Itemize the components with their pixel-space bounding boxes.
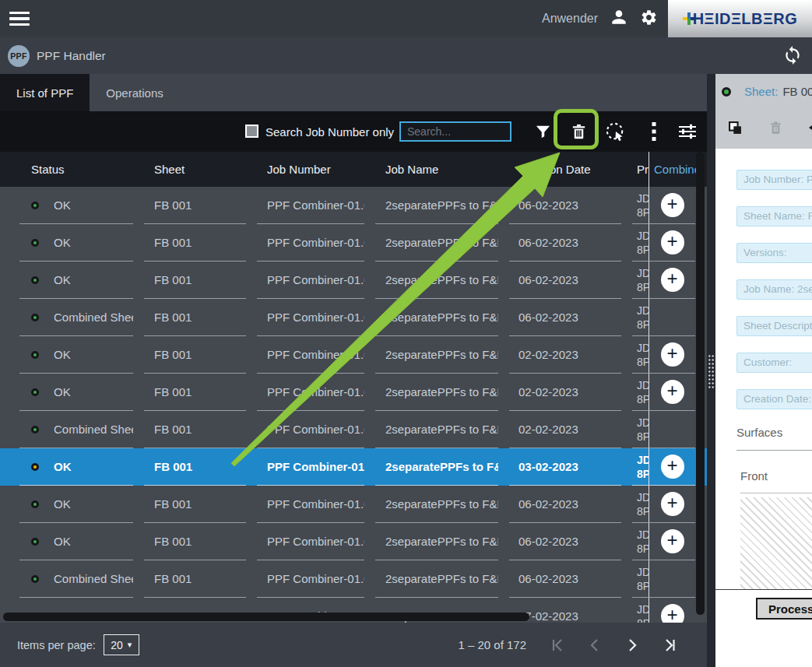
combine-cell: [649, 411, 695, 448]
status-dot: [31, 276, 39, 284]
column-header-job-number[interactable]: Job Number: [257, 152, 375, 187]
detail-field-chip[interactable]: Sheet Name: FB: [736, 206, 812, 226]
tab-bar: List of PPF Operations: [0, 74, 707, 111]
page-size-select[interactable]: 20 ▾: [104, 634, 139, 655]
adjust-columns-icon[interactable]: [677, 111, 698, 152]
first-page-button[interactable]: [548, 636, 567, 655]
table-row[interactable]: Combined Sheet FB 001 PPF Combiner-01.00…: [0, 299, 707, 336]
column-header-combine[interactable]: Combine: [649, 152, 695, 187]
combine-add-button[interactable]: +: [661, 604, 684, 623]
last-page-button[interactable]: [660, 636, 679, 655]
detail-field-chip[interactable]: Versions:: [736, 243, 812, 263]
search-input[interactable]: [399, 121, 511, 142]
creation-date-cell: 06-02-2023: [509, 187, 621, 224]
search-job-number-checkbox[interactable]: [245, 125, 258, 138]
menu-icon[interactable]: [9, 9, 30, 30]
more-icon[interactable]: [643, 111, 665, 152]
sheet-status-dot: [722, 87, 731, 97]
sheet-value: FB 001: [782, 85, 812, 98]
marquee-select-icon[interactable]: [604, 111, 626, 152]
process-cell: JD8P: [632, 523, 649, 560]
combine-add-button[interactable]: +: [661, 342, 684, 367]
table-row[interactable]: OK FB 001 PPF Combiner-01.002 2separateP…: [0, 187, 707, 224]
search-job-number-label: Search Job Number only: [265, 111, 394, 152]
next-page-button[interactable]: [623, 636, 642, 655]
combine-add-button[interactable]: +: [661, 230, 684, 255]
status-dot: [31, 314, 39, 321]
horizontal-scrollbar[interactable]: [3, 613, 529, 621]
detail-field-chip[interactable]: Job Number: PPF: [736, 170, 812, 190]
user-icon[interactable]: [609, 7, 629, 30]
combine-cell: [649, 299, 695, 336]
column-header-creation-date[interactable]: Creation Date: [509, 152, 632, 187]
table-row[interactable]: OK FB 001 PPF Combiner-01.004 2separateP…: [0, 486, 707, 523]
gear-icon[interactable]: [640, 9, 658, 30]
creation-date-cell: 02-02-2023: [509, 411, 621, 448]
combine-add-button[interactable]: +: [661, 193, 684, 217]
column-header-sheet[interactable]: Sheet: [144, 152, 257, 187]
combine-cell: +: [649, 262, 695, 299]
column-header-status[interactable]: Status: [19, 152, 144, 187]
sheet-cell: FB 001: [144, 523, 246, 560]
detail-field-chip[interactable]: Creation Date: 0: [736, 389, 812, 409]
duplicate-icon[interactable]: [727, 120, 743, 139]
sheet-cell: FB 001: [144, 374, 246, 411]
detail-panel: Sheet: FB 001: [715, 74, 812, 667]
job-name-cell: 2separatePPFs to F&B: [375, 299, 498, 336]
panel-resize-divider[interactable]: [707, 74, 715, 667]
combine-add-button[interactable]: +: [661, 529, 684, 553]
collapse-panel-icon[interactable]: [805, 118, 812, 139]
vertical-scrollbar[interactable]: [696, 152, 705, 615]
table-row[interactable]: OK FB 001 PPF Combiner-01.002 2separateP…: [0, 262, 707, 299]
combine-cell: +: [649, 486, 695, 523]
column-header-job-name[interactable]: Job Name: [375, 152, 509, 187]
process-cell: JD8P: [632, 560, 649, 598]
table-row[interactable]: Combined Sheet FB 001 PPF Combiner-01.00…: [0, 560, 707, 598]
table-row[interactable]: OK FB 001 PPF Combiner-01.004 2separateP…: [0, 523, 707, 560]
combine-add-button[interactable]: +: [661, 380, 684, 404]
job-name-cell: 2separatePPFs to F&B: [375, 262, 498, 299]
sheet-cell: FB 001: [144, 224, 246, 262]
column-header-process[interactable]: Pr: [632, 152, 649, 187]
creation-date-cell: 02-02-2023: [509, 374, 621, 411]
job-number-cell: PPF Combiner-01.004: [257, 448, 364, 486]
process-button[interactable]: Process: [756, 598, 812, 620]
filter-icon[interactable]: [532, 111, 554, 152]
detail-field-chip[interactable]: Sheet Descriptio: [736, 316, 812, 336]
job-name-cell: 2separatePPFs to F&B: [375, 560, 498, 598]
sheet-cell: FB 001: [144, 448, 246, 486]
process-cell: JD8P: [632, 448, 649, 486]
table-row[interactable]: Combined Sheet FB 001 PPF Combiner-01.00…: [0, 411, 707, 448]
table-row[interactable]: OK FB 001 PPF Combiner-01.003 2separateP…: [0, 374, 707, 411]
combine-add-button[interactable]: +: [661, 455, 684, 479]
status-dot: [31, 575, 39, 583]
table-row[interactable]: OK FB 001 PPF Combiner-01.002 2separateP…: [0, 224, 707, 262]
combine-cell: +: [649, 598, 695, 623]
delete-icon[interactable]: [568, 111, 589, 152]
table-row[interactable]: OK FB 001 PPF Combiner-01.003 2separateP…: [0, 336, 707, 374]
job-number-cell: PPF Combiner-01.002: [257, 299, 364, 336]
creation-date-cell: 06-02-2023: [509, 560, 621, 598]
tab-list-of-ppf[interactable]: List of PPF: [0, 74, 90, 111]
combine-cell: +: [649, 523, 695, 560]
process-cell: JD8P: [632, 411, 649, 448]
combine-add-button[interactable]: +: [661, 492, 684, 516]
drag-handle-icon[interactable]: [708, 354, 715, 390]
previous-page-button[interactable]: [585, 636, 604, 655]
job-number-cell: PPF Combiner-01.003: [257, 411, 364, 448]
refresh-icon[interactable]: [782, 45, 803, 65]
combine-add-button[interactable]: +: [661, 268, 684, 292]
tab-operations[interactable]: Operations: [90, 74, 179, 111]
sheet-cell: FB 001: [144, 187, 246, 224]
status-text: Combined Sheet: [54, 572, 133, 585]
process-cell: JD8P: [632, 224, 649, 262]
job-name-cell: 2separatePPFs to F&B: [375, 448, 498, 486]
combine-cell: +: [649, 374, 695, 411]
detail-field-chip[interactable]: Job Name: 2sep: [736, 279, 812, 300]
table-row[interactable]: OK FB 001 PPF Combiner-01.004 2separateP…: [0, 448, 707, 486]
job-name-cell: 2separatePPFs to F&B: [375, 411, 498, 448]
detail-field-chip[interactable]: Customer:: [736, 353, 812, 373]
front-divider: [740, 493, 812, 493]
status-dot: [31, 351, 39, 359]
delete-sheet-icon[interactable]: [768, 121, 783, 138]
